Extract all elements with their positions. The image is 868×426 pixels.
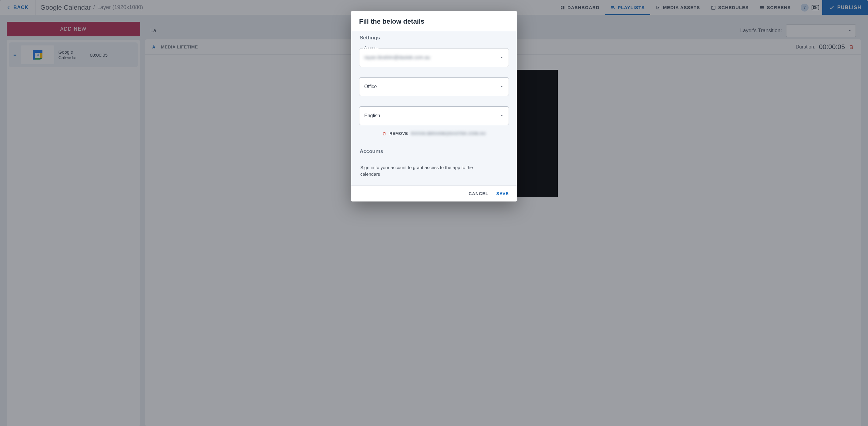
remove-label: REMOVE — [390, 131, 408, 136]
language-field-value: English — [364, 113, 499, 119]
trash-icon — [382, 131, 386, 136]
settings-modal: Fill the below details Settings Account … — [351, 11, 517, 201]
accounts-help-text: Sign in to your account to grant access … — [359, 158, 480, 179]
chevron-down-icon — [499, 85, 504, 89]
language-select[interactable]: English — [359, 106, 509, 125]
chevron-down-icon — [499, 56, 504, 60]
accounts-section-title: Accounts — [359, 145, 509, 158]
chevron-down-icon — [499, 113, 504, 118]
cancel-button[interactable]: CANCEL — [469, 191, 488, 196]
settings-section-title: Settings — [359, 31, 509, 44]
modal-title: Fill the below details — [351, 11, 517, 31]
account-field-value: rayan.ibrahim@dastek.com.au — [364, 55, 499, 60]
account-field-label: Account — [363, 46, 378, 50]
account-select[interactable]: Account rayan.ibrahim@dastek.com.au — [359, 48, 509, 67]
remove-account-button[interactable]: REMOVE RAYAN.IBRAHIM@DASTEK.COM.AU — [359, 131, 509, 136]
calendar-field-value: Office — [364, 84, 499, 89]
save-button[interactable]: SAVE — [496, 191, 509, 196]
modal-scrim[interactable]: Fill the below details Settings Account … — [0, 0, 868, 426]
calendar-select[interactable]: Office — [359, 77, 509, 96]
remove-target: RAYAN.IBRAHIM@DASTEK.COM.AU — [411, 131, 486, 136]
